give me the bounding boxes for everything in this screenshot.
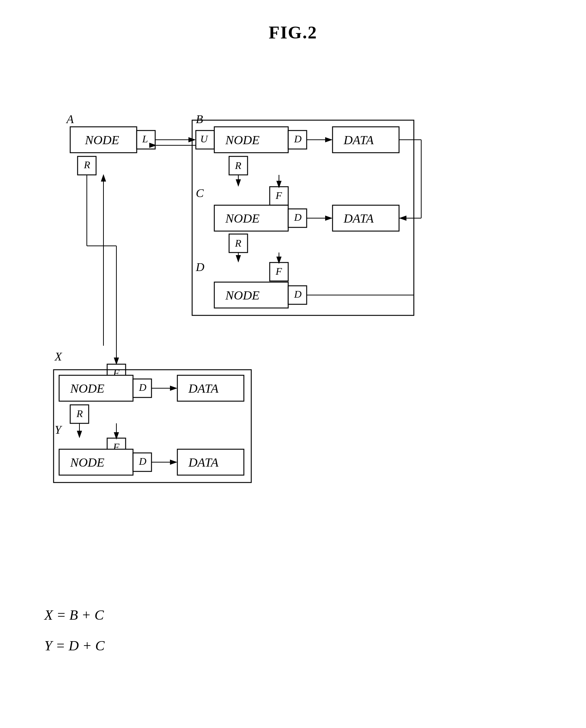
svg-text:X: X xyxy=(54,350,62,363)
svg-text:R: R xyxy=(76,408,83,419)
svg-text:D: D xyxy=(294,288,301,300)
svg-text:D: D xyxy=(294,133,301,145)
svg-text:NODE: NODE xyxy=(85,133,119,147)
svg-text:D: D xyxy=(195,260,204,274)
svg-text:NODE: NODE xyxy=(225,211,260,225)
svg-text:D: D xyxy=(294,211,301,223)
svg-text:U: U xyxy=(200,133,208,145)
svg-text:NODE: NODE xyxy=(70,456,105,469)
page-title: FIG.2 xyxy=(0,0,586,43)
svg-text:Y: Y xyxy=(55,423,62,436)
svg-text:NODE: NODE xyxy=(70,382,105,395)
svg-text:R: R xyxy=(235,237,241,249)
svg-text:DATA: DATA xyxy=(188,382,218,395)
svg-text:L: L xyxy=(142,133,148,145)
svg-text:NODE: NODE xyxy=(225,133,260,147)
formula-x: X = B + C xyxy=(44,600,105,631)
svg-text:DATA: DATA xyxy=(188,456,218,469)
svg-text:D: D xyxy=(139,456,146,467)
formulas-container: X = B + C Y = D + C xyxy=(44,600,105,661)
svg-text:D: D xyxy=(139,382,146,393)
svg-text:A: A xyxy=(66,112,74,126)
svg-text:R: R xyxy=(235,160,241,171)
svg-text:C: C xyxy=(196,186,204,200)
svg-text:DATA: DATA xyxy=(343,133,374,147)
formula-y: Y = D + C xyxy=(44,630,105,661)
diagram-container: A NODE L R B U NODE D R DATA C F NODE D … xyxy=(30,52,554,569)
svg-text:F: F xyxy=(275,190,282,201)
svg-text:NODE: NODE xyxy=(225,288,260,302)
svg-text:F: F xyxy=(275,265,282,277)
svg-text:DATA: DATA xyxy=(343,211,374,225)
svg-text:R: R xyxy=(84,159,90,170)
svg-text:B: B xyxy=(196,112,203,126)
